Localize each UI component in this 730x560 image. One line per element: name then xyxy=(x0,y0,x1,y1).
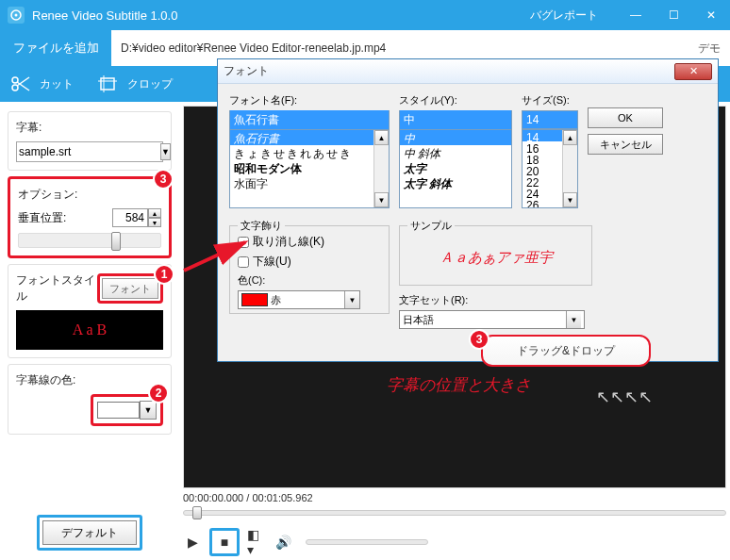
demo-label: デモ xyxy=(698,41,730,57)
camera-button[interactable]: ◧ ▾ xyxy=(247,533,266,552)
option-label: オプション: xyxy=(18,187,161,203)
dialog-titlebar[interactable]: フォント ✕ xyxy=(218,59,718,84)
volume-slider[interactable] xyxy=(306,539,428,545)
font-dialog: フォント ✕ フォント名(F): 魚石行書 魚石行書 きょきせきれあせき 昭和モ… xyxy=(217,58,719,362)
tab-crop[interactable]: クロップ xyxy=(88,66,187,102)
annotation-callout: 3 ドラッグ&ドロップ xyxy=(481,335,651,367)
option-block: 3 オプション: 垂直位置: ▲▼ xyxy=(8,176,172,258)
decoration-group-label: 文字飾り xyxy=(238,219,285,233)
vpos-label: 垂直位置: xyxy=(18,210,66,226)
strike-checkbox[interactable]: 取り消し線(K) xyxy=(238,234,381,250)
annotation-badge-3: 3 xyxy=(153,169,174,189)
tab-cut[interactable]: カット xyxy=(0,66,88,102)
playback-controls: ▶ ■ ◧ ▾ 🔊 xyxy=(183,528,726,556)
font-button[interactable]: フォント xyxy=(102,278,158,299)
volume-icon[interactable]: 🔊 xyxy=(274,533,292,552)
tab-cut-label: カット xyxy=(40,76,74,92)
annotation-badge-1: 1 xyxy=(154,264,174,285)
spin-down-icon[interactable]: ▼ xyxy=(148,218,161,227)
app-logo-icon xyxy=(8,7,25,24)
size-combo[interactable]: 14 xyxy=(522,110,578,129)
spin-up-icon[interactable]: ▲ xyxy=(148,208,161,218)
font-name-label: フォント名(F): xyxy=(229,93,390,107)
bug-report-link[interactable]: バグレポート xyxy=(530,8,598,24)
charset-label: 文字セット(R): xyxy=(399,293,512,307)
color-swatch xyxy=(97,402,140,419)
annotation-badge-3b: 3 xyxy=(469,329,489,350)
style-combo[interactable]: 中 xyxy=(399,110,512,129)
list-item[interactable]: 太字 斜体 xyxy=(400,175,511,190)
slider-thumb[interactable] xyxy=(111,232,121,251)
svg-rect-6 xyxy=(101,78,114,90)
stop-button[interactable]: ■ xyxy=(215,533,234,552)
font-name-list[interactable]: 魚石行書 きょきせきれあせき 昭和モダン体 水面字 ▲▼ xyxy=(229,129,390,208)
title-bar: Renee Video Subtitle 1.0.0 バグレポート — ☐ ✕ xyxy=(0,0,730,30)
scrollbar[interactable]: ▲▼ xyxy=(562,130,577,207)
fontstyle-label: フォントスタイル xyxy=(16,272,97,305)
scrollbar[interactable]: ▲▼ xyxy=(373,130,389,207)
size-list[interactable]: 14 16 18 20 22 24 26 ▲▼ xyxy=(522,129,578,208)
chevron-down-icon[interactable]: ▼ xyxy=(140,401,157,420)
color-swatch-icon xyxy=(241,293,268,306)
cursor-icon: ↖↖↖↖ xyxy=(596,387,653,407)
sample-group-label: サンプル xyxy=(407,219,455,233)
maximize-button[interactable]: ☐ xyxy=(655,0,692,30)
vpos-spinner[interactable]: ▲▼ xyxy=(112,208,161,227)
list-item[interactable]: 魚石行書 xyxy=(230,130,389,145)
linecolor-combo[interactable]: ▼ xyxy=(97,401,157,420)
font-color-combo[interactable]: 赤 ▼ xyxy=(238,290,360,309)
list-item[interactable]: 中 斜体 xyxy=(400,145,511,160)
list-item[interactable]: きょきせきれあせき xyxy=(230,145,389,160)
minimize-button[interactable]: — xyxy=(617,0,655,30)
list-item[interactable]: 太字 xyxy=(400,160,511,175)
size-label: サイズ(S): xyxy=(522,93,578,107)
style-list[interactable]: 中 中 斜体 太字 太字 斜体 xyxy=(399,129,512,208)
close-button[interactable]: ✕ xyxy=(692,0,730,30)
vpos-input[interactable] xyxy=(112,208,148,227)
font-name-combo[interactable]: 魚石行書 xyxy=(229,110,390,129)
subtitle-overlay: 字幕の位置と大きさ xyxy=(387,374,531,396)
fontstyle-block: フォントスタイル フォント 1 A a B xyxy=(8,264,172,358)
dialog-close-button[interactable]: ✕ xyxy=(674,63,712,80)
play-button[interactable]: ▶ xyxy=(183,533,202,552)
scissors-icon xyxy=(9,74,32,93)
default-button[interactable]: デフォルト xyxy=(42,520,137,545)
linecolor-label: 字幕線の色: xyxy=(16,372,163,388)
list-item[interactable]: 水面字 xyxy=(230,175,389,190)
chevron-down-icon[interactable]: ▼ xyxy=(344,291,359,308)
color-label: 色(C): xyxy=(238,273,381,288)
vpos-slider[interactable] xyxy=(18,233,161,248)
list-item[interactable]: 昭和モダン体 xyxy=(230,160,389,175)
cancel-button[interactable]: キャンセル xyxy=(588,134,663,155)
underline-checkbox[interactable]: 下線(U) xyxy=(238,254,381,270)
list-item[interactable]: 中 xyxy=(400,130,511,145)
ok-button[interactable]: OK xyxy=(588,107,663,128)
font-preview: A a B xyxy=(16,310,163,350)
chevron-down-icon[interactable]: ▼ xyxy=(160,143,171,160)
annotation-badge-2: 2 xyxy=(148,383,169,404)
scrub-thumb[interactable] xyxy=(192,506,202,519)
subtitle-file-combo[interactable]: ▼ xyxy=(16,141,163,162)
crop-icon xyxy=(97,74,120,93)
scrub-bar[interactable] xyxy=(183,507,726,519)
tab-crop-label: クロップ xyxy=(127,76,173,92)
time-display: 00:00:00.000 / 00:01:05.962 xyxy=(183,492,726,503)
subtitle-file-input[interactable] xyxy=(19,145,160,158)
app-title: Renee Video Subtitle 1.0.0 xyxy=(32,8,530,23)
dialog-title: フォント xyxy=(224,63,674,79)
svg-line-4 xyxy=(17,82,29,91)
linecolor-block: 字幕線の色: ▼ 2 xyxy=(8,364,172,435)
add-file-button[interactable]: ファイルを追加 xyxy=(0,30,111,66)
left-panel: 字幕: ▼ 3 オプション: 垂直位置: ▲▼ フォントスタイル xyxy=(0,102,179,560)
svg-line-5 xyxy=(17,77,29,86)
callout-text: ドラッグ&ドロップ xyxy=(517,343,615,359)
svg-point-1 xyxy=(15,14,18,17)
sample-text: Ａａあぁアァ亜宇 xyxy=(407,234,584,281)
subtitle-file-block: 字幕: ▼ xyxy=(8,111,172,171)
file-path: D:¥video editor¥Renee Video Editor-renee… xyxy=(111,41,698,55)
subtitle-label: 字幕: xyxy=(16,120,163,136)
style-label: スタイル(Y): xyxy=(399,93,512,107)
